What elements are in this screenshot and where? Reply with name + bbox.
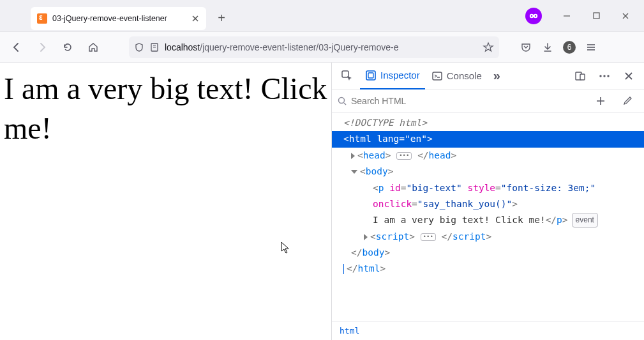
pocket-icon[interactable] [516, 37, 536, 58]
window-titlebar: 03-jQuery-remove-event-listener + [0, 0, 644, 32]
back-button[interactable] [6, 37, 27, 58]
doctype-node[interactable]: <!DOCTYPE html> [343, 118, 427, 128]
inspector-tab-label: Inspector [380, 70, 420, 81]
breadcrumb-html[interactable]: html [340, 326, 359, 336]
p-text-node[interactable]: I am a very big text! Click me!</p>event [332, 212, 644, 228]
svg-point-18 [599, 75, 601, 77]
body-close[interactable]: </body> [332, 245, 644, 261]
script-node[interactable]: <script> ••• </script> [332, 229, 644, 245]
bookmark-star-icon[interactable] [483, 42, 494, 53]
minimize-button[interactable] [552, 6, 581, 26]
event-badge[interactable]: event [572, 213, 598, 228]
page-content: I am a very big text! Click me! [0, 63, 331, 340]
console-tab[interactable]: Console [426, 63, 487, 89]
close-tab-button[interactable] [190, 13, 201, 24]
body-node[interactable]: <body> [332, 164, 644, 180]
maximize-button[interactable] [581, 6, 611, 26]
dom-tree[interactable]: <!DOCTYPE html> <html lang="en"> <head> … [332, 112, 644, 321]
add-element-button[interactable] [589, 96, 612, 106]
forward-button[interactable] [32, 37, 52, 58]
svg-rect-17 [580, 74, 585, 80]
breadcrumb[interactable]: html [332, 321, 644, 340]
console-tab-label: Console [447, 70, 482, 81]
page-info-icon[interactable] [149, 42, 160, 52]
svg-rect-5 [594, 13, 599, 19]
home-button[interactable] [83, 37, 103, 58]
inspector-tab[interactable]: Inspector [360, 63, 425, 89]
search-html-input[interactable] [351, 96, 585, 106]
eyedropper-button[interactable] [616, 96, 639, 106]
svg-rect-13 [366, 71, 375, 80]
big-text-paragraph[interactable]: I am a very big text! Click me! [4, 69, 327, 149]
head-node[interactable]: <head> ••• </head> [332, 148, 644, 164]
html-node[interactable]: <html lang="en"> [332, 131, 644, 147]
svg-point-19 [603, 75, 605, 77]
reload-button[interactable] [57, 37, 78, 58]
shield-icon [134, 42, 144, 52]
account-badge[interactable]: 6 [559, 37, 580, 58]
tab-title: 03-jQuery-remove-event-listener [52, 14, 184, 23]
svg-line-22 [344, 103, 346, 105]
devtools-tabs: Inspector Console » [332, 63, 644, 89]
browser-toolbar: localhost/jquery-remove-event-listener/0… [0, 32, 644, 63]
html-close[interactable]: </html> [332, 261, 644, 277]
svg-rect-14 [368, 73, 373, 78]
window-controls [552, 6, 640, 26]
new-tab-button[interactable]: + [213, 10, 230, 27]
svg-point-21 [339, 97, 345, 103]
p-node-onclick[interactable]: onclick="say_thank_you()"> [332, 196, 644, 212]
devtools-search-row [332, 89, 644, 112]
devtools-menu-button[interactable] [593, 74, 616, 78]
svg-point-20 [607, 75, 609, 77]
svg-point-3 [535, 15, 536, 16]
svg-point-2 [531, 15, 532, 16]
devtools-panel: Inspector Console » [331, 63, 644, 340]
element-picker-button[interactable] [336, 70, 359, 82]
main-area: I am a very big text! Click me! Inspecto… [0, 63, 644, 340]
downloads-icon[interactable] [537, 37, 558, 58]
url-text[interactable]: localhost/jquery-remove-event-listener/0… [165, 42, 477, 52]
responsive-design-button[interactable] [569, 70, 592, 82]
mouse-cursor-icon [281, 242, 291, 254]
more-tabs-button[interactable]: » [488, 63, 505, 89]
extension-icon[interactable] [525, 8, 542, 24]
app-menu-button[interactable] [581, 37, 601, 58]
url-bar[interactable]: localhost/jquery-remove-event-listener/0… [129, 36, 499, 58]
close-devtools-button[interactable] [617, 72, 640, 81]
close-window-button[interactable] [611, 6, 640, 26]
browser-tab[interactable]: 03-jQuery-remove-event-listener [31, 7, 206, 30]
search-icon [337, 96, 347, 106]
xampp-icon [37, 13, 47, 24]
p-node-open[interactable]: <p id="big-text" style="font-size: 3em;" [332, 180, 644, 196]
